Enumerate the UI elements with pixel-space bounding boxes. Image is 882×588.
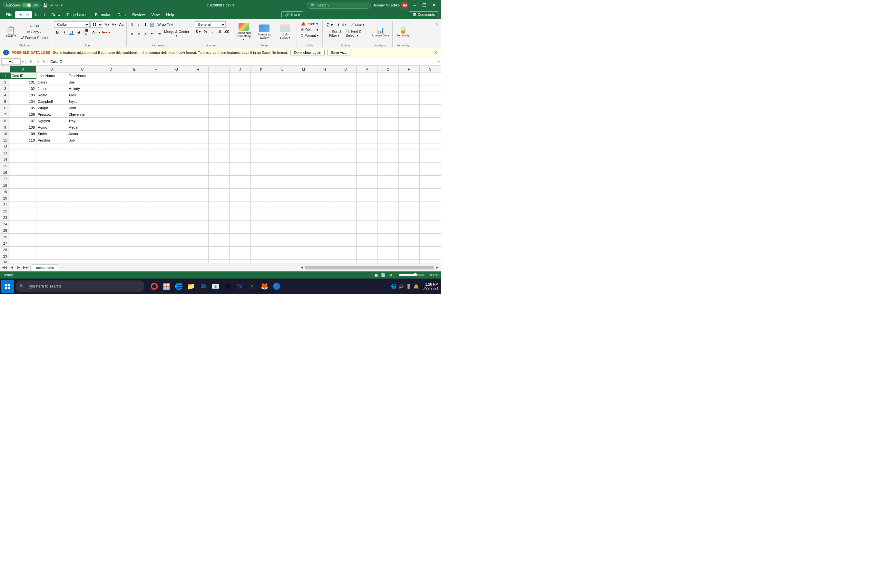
cell-P2[interactable] (356, 79, 378, 86)
cell-R26[interactable] (399, 234, 420, 240)
cell-R11[interactable] (399, 137, 420, 144)
cell-Q29[interactable] (378, 253, 399, 260)
cell-I13[interactable] (208, 150, 230, 156)
cell-R4[interactable] (399, 92, 420, 98)
cell-S1[interactable] (420, 72, 441, 79)
cell-K20[interactable] (251, 195, 272, 201)
fill-color-dropdown[interactable]: ▾ (99, 31, 100, 34)
cell-G22[interactable] (166, 208, 187, 214)
cell-H14[interactable] (187, 156, 208, 163)
cell-Q11[interactable] (378, 137, 399, 144)
autosave-button[interactable]: AutoSave ON (3, 2, 40, 8)
cell-L9[interactable] (272, 124, 293, 130)
cell-H22[interactable] (187, 208, 208, 214)
cell-A20[interactable] (10, 195, 36, 201)
cell-Q16[interactable] (378, 169, 399, 176)
cell-L21[interactable] (272, 201, 293, 208)
cell-A25[interactable] (10, 227, 36, 234)
format-table-button[interactable]: Format asTable ▾ (255, 23, 274, 41)
cell-L22[interactable] (272, 208, 293, 214)
cell-B23[interactable] (36, 214, 67, 221)
cell-A23[interactable] (10, 214, 36, 221)
cell-Q15[interactable] (378, 163, 399, 169)
cell-M17[interactable] (293, 176, 314, 182)
cell-I11[interactable] (208, 137, 230, 144)
cell-K15[interactable] (251, 163, 272, 169)
cell-O4[interactable] (335, 92, 357, 98)
cell-I15[interactable] (208, 163, 230, 169)
wrap-text-button[interactable]: Wrap Text (156, 22, 175, 27)
cell-J16[interactable] (230, 169, 251, 176)
cell-F27[interactable] (145, 240, 166, 247)
cell-J27[interactable] (230, 240, 251, 247)
delete-button[interactable]: 🗑 Delete ▾ (299, 27, 320, 33)
cell-F19[interactable] (145, 189, 166, 195)
cell-K30[interactable] (251, 260, 272, 263)
cell-O13[interactable] (335, 150, 357, 156)
cell-A5[interactable]: 104 (10, 98, 36, 105)
cell-A8[interactable]: 107 (10, 118, 36, 124)
font-size-select[interactable]: 11 (90, 21, 103, 28)
cell-E16[interactable] (124, 169, 145, 176)
cell-F5[interactable] (145, 98, 166, 105)
cell-Q19[interactable] (378, 189, 399, 195)
cell-D12[interactable] (98, 144, 124, 150)
cell-D1[interactable] (98, 72, 124, 79)
cell-C9[interactable]: Megan (67, 124, 98, 130)
cell-F29[interactable] (145, 253, 166, 260)
cell-S19[interactable] (420, 189, 441, 195)
clock[interactable]: 1:28 PM 3/29/2021 (423, 282, 438, 290)
comma-button[interactable]: , (209, 28, 216, 35)
cell-F10[interactable] (145, 130, 166, 137)
cell-I2[interactable] (208, 79, 230, 86)
cell-I8[interactable] (208, 118, 230, 124)
cell-L15[interactable] (272, 163, 293, 169)
cell-P4[interactable] (356, 92, 378, 98)
cell-O14[interactable] (335, 156, 357, 163)
row-header-10[interactable]: 10 (0, 130, 10, 137)
insert-button[interactable]: 📥 Insert ▾ (300, 21, 320, 27)
cell-K17[interactable] (251, 176, 272, 182)
cell-R1[interactable] (399, 72, 420, 79)
cell-K27[interactable] (251, 240, 272, 247)
cell-C23[interactable] (67, 214, 98, 221)
cell-O25[interactable] (335, 227, 357, 234)
font-color-button[interactable]: A (101, 29, 108, 36)
cell-J26[interactable] (230, 234, 251, 240)
cell-G24[interactable] (166, 221, 187, 227)
cell-R12[interactable] (399, 144, 420, 150)
cell-F11[interactable] (145, 137, 166, 144)
cell-M28[interactable] (293, 247, 314, 253)
cell-B25[interactable] (36, 227, 67, 234)
cell-F24[interactable] (145, 221, 166, 227)
row-header-6[interactable]: 6 (0, 105, 10, 111)
cell-G4[interactable] (166, 92, 187, 98)
cell-Q27[interactable] (378, 240, 399, 247)
cell-K29[interactable] (251, 253, 272, 260)
cell-P9[interactable] (356, 124, 378, 130)
cell-N17[interactable] (314, 176, 335, 182)
cell-Q9[interactable] (378, 124, 399, 130)
cell-B2[interactable]: Carey (36, 79, 67, 86)
title-search-bar[interactable]: 🔍 Search (307, 2, 371, 9)
cell-N30[interactable] (314, 260, 335, 263)
cell-F22[interactable] (145, 208, 166, 214)
cell-P15[interactable] (356, 163, 378, 169)
row-header-21[interactable]: 21 (0, 201, 10, 208)
row-header-18[interactable]: 18 (0, 182, 10, 189)
cell-H29[interactable] (187, 253, 208, 260)
cell-C10[interactable]: Jason (67, 130, 98, 137)
cell-L3[interactable] (272, 86, 293, 92)
cell-C8[interactable]: Troy (67, 118, 98, 124)
cell-O22[interactable] (335, 208, 357, 214)
cell-L17[interactable] (272, 176, 293, 182)
minimize-button[interactable]: ─ (410, 1, 419, 10)
cell-Q3[interactable] (378, 86, 399, 92)
cell-A14[interactable] (10, 156, 36, 163)
row-header-11[interactable]: 11 (0, 137, 10, 144)
network-icon[interactable]: 🌐 (391, 284, 396, 289)
cell-M22[interactable] (293, 208, 314, 214)
sum-button[interactable]: Σ ▾ (325, 21, 335, 28)
cell-H10[interactable] (187, 130, 208, 137)
cell-K10[interactable] (251, 130, 272, 137)
